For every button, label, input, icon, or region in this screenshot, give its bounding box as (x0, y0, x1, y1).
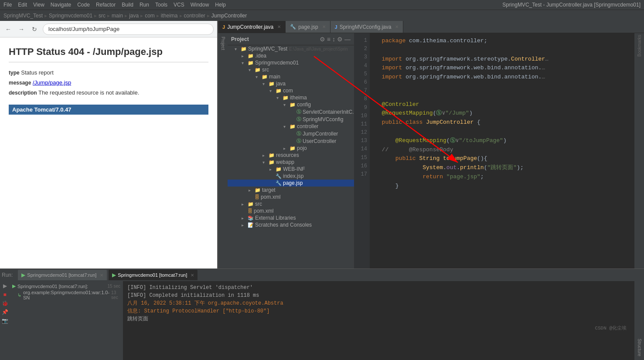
tree-item-usercontroller[interactable]: Ⓢ UserController (228, 137, 354, 145)
sidebar-icon-collapse[interactable]: ≡ (327, 36, 331, 43)
description-label: description (9, 90, 37, 96)
run-tab-close-1[interactable]: ✕ (191, 273, 194, 278)
spring-icon-servletinit: Ⓢ (296, 109, 301, 115)
run-tab-0[interactable]: ▶ Springmvcdemo01 [tomcat7:run] ✕ (18, 270, 107, 280)
tree-label-src1: src (262, 67, 269, 73)
menu-item-refactor[interactable]: Refactor (96, 2, 116, 8)
tree-item-springmvcdemo01[interactable]: ▾ 📁 Springmvcdemo01 (228, 59, 354, 66)
project-vtab[interactable]: Project (220, 35, 226, 52)
tree-item-idea[interactable]: ▸ 📁 .idea (228, 52, 354, 59)
message-value[interactable]: /Jump/page.jsp (33, 79, 71, 86)
sidebar-icon-close[interactable]: — (344, 36, 351, 43)
tab-close-pagejsp[interactable]: ✕ (322, 24, 326, 29)
tree-item-config[interactable]: ▾ 📁 config (228, 101, 354, 108)
tree-item-pomxml1[interactable]: 🗄 pom.xml (228, 194, 354, 200)
tab-label-jumpcontroller: JumpController.java (227, 24, 273, 30)
tab-jumpcontroller[interactable]: J JumpController.java ✕ (218, 21, 286, 33)
structure-label[interactable]: Structure (637, 339, 642, 357)
tab-close-springmvcconfig[interactable]: ✕ (395, 24, 399, 29)
tree-item-pojo[interactable]: ▸ 📁 pojo (228, 145, 354, 152)
breadcrumb-controller[interactable]: controller (184, 13, 205, 19)
arrow-config: ▾ (283, 102, 290, 107)
folder-icon-webapp: 📁 (269, 160, 275, 165)
forward-button[interactable]: → (17, 24, 26, 34)
tree-item-springmvcconfig[interactable]: Ⓢ SpringMVCconfig (228, 115, 354, 123)
breadcrumb: SpringMVC_Test ▸ Springmvcdemo01 ▸ src ▸… (0, 10, 644, 21)
tree-item-root[interactable]: ▾ 📁 SpringMVC_Test E:\Java_all\Java_proj… (228, 45, 354, 52)
tree-label-resources: resources (276, 152, 299, 158)
message-label: message (9, 80, 31, 86)
breadcrumb-springmvc[interactable]: SpringMVC_Test (3, 13, 43, 19)
tree-label-main: main (269, 74, 280, 80)
tree-item-pomxml2[interactable]: 🗄 pom.xml (228, 207, 354, 214)
menu-item-edit[interactable]: Edit (18, 2, 27, 8)
right-sidebar: Bookmarks (634, 33, 644, 268)
address-bar[interactable] (43, 24, 214, 35)
breadcrumb-src[interactable]: src (99, 13, 106, 19)
tab-close-jumpcontroller[interactable]: ✕ (277, 24, 281, 29)
breadcrumb-java[interactable]: java (129, 13, 139, 19)
bottom-panel: Run: ▶ Springmvcdemo01 [tomcat7:run] ✕ ▶… (0, 268, 644, 360)
code-area[interactable]: 1 2 3 4 5 6 7 8 9 10 11 12 13 (354, 33, 634, 268)
run-camera-icon[interactable]: 📷 (2, 318, 8, 324)
run-icon-0: ▶ (21, 272, 25, 278)
sidebar-icon-gear[interactable]: ⚙ (320, 36, 325, 43)
sidebar-icon-settings[interactable]: ⚙ (337, 36, 343, 43)
http-error-title: HTTP Status 404 - /Jump/page.jsp (9, 46, 208, 62)
run-tree-label-0: Springmvcdemo01 [tomcat7:run]: (17, 284, 88, 289)
breadcrumb-com[interactable]: com (145, 13, 155, 19)
tab-pagejsp[interactable]: 🔧 page.jsp ✕ (286, 21, 330, 33)
menu-item-window[interactable]: Window (191, 2, 209, 8)
menu-item-run[interactable]: Run (140, 2, 149, 8)
tree-label-root: SpringMVC_Test (248, 46, 287, 52)
code-editor: 1 2 3 4 5 6 7 8 9 10 11 12 13 (354, 33, 634, 268)
run-pin-icon[interactable]: 📌 (2, 309, 8, 315)
tree-item-jumpcontroller[interactable]: Ⓢ JumpController (228, 130, 354, 137)
run-tab-1[interactable]: ▶ Springmvcdemo01 [tomcat7:run] ✕ (109, 270, 198, 280)
run-stop-icon[interactable]: ■ (3, 292, 6, 298)
run-tab-close-0[interactable]: ✕ (100, 273, 103, 278)
tree-item-controller[interactable]: ▾ 📁 controller (228, 123, 354, 130)
menu-item-file[interactable]: File (3, 2, 12, 8)
tree-item-servletinit[interactable]: Ⓢ ServletContainerInitC... (228, 108, 354, 115)
tree-item-src1[interactable]: ▾ 📁 src (228, 66, 354, 73)
menu-item-navigate[interactable]: Navigate (51, 2, 71, 8)
tree-label-webinf: WEB-INF (283, 166, 305, 172)
run-tree-item-0[interactable]: ▶ Springmvcdemo01 [tomcat7:run]: 15 sec (11, 283, 121, 289)
tree-item-pagejsp[interactable]: 🔧 page.jsp (228, 180, 354, 187)
bookmarks-icon[interactable]: Bookmarks (637, 35, 642, 57)
breadcrumb-jumpcontroller[interactable]: JumpController (211, 13, 247, 19)
sidebar-icon-sort[interactable]: ↕ (332, 36, 335, 43)
arrow-java: ▾ (262, 82, 269, 86)
run-tree-time-0: 15 sec (108, 284, 120, 289)
back-button[interactable]: ← (3, 24, 13, 34)
menu-item-help[interactable]: Help (215, 2, 226, 8)
tree-item-main[interactable]: ▾ 📁 main (228, 73, 354, 80)
refresh-button[interactable]: ↻ (30, 24, 39, 34)
menu-item-view[interactable]: View (33, 2, 44, 8)
tree-item-itheima[interactable]: ▾ 📁 itheima (228, 94, 354, 101)
breadcrumb-springmvcdemo01[interactable]: Springmvcdemo01 (49, 13, 92, 19)
console-line-3: 信息: Starting ProtocolHandler ["http-bio-… (127, 307, 630, 315)
run-restart-icon[interactable]: ▶ (3, 283, 7, 289)
tree-item-extlibs[interactable]: ▸ 📚 External Libraries (228, 214, 354, 221)
menu-item-tools[interactable]: Tools (155, 2, 167, 8)
menu-item-build[interactable]: Build (122, 2, 133, 8)
tree-item-webinf[interactable]: ▸ 📁 WEB-INF (228, 166, 354, 173)
run-debug-icon[interactable]: 🐞 (2, 300, 8, 306)
tree-item-resources[interactable]: ▸ 📁 resources (228, 152, 354, 159)
tree-item-scratches[interactable]: ▸ 📝 Scratches and Consoles (228, 221, 354, 228)
tree-item-src2[interactable]: ▸ 📁 src (228, 200, 354, 207)
tree-item-java[interactable]: ▾ 📁 java (228, 80, 354, 87)
tree-item-indexjsp[interactable]: 🔧 index.jsp (228, 173, 354, 180)
run-tree-item-1[interactable]: ↳ org.example:Springmvcdemo01:war:1.0-SN… (11, 289, 121, 301)
tree-item-webapp[interactable]: ▾ 📁 webapp (228, 159, 354, 166)
tree-item-com[interactable]: ▾ 📁 com (228, 87, 354, 94)
tab-springmvcconfig[interactable]: J SpringMVCconfig.java ✕ (331, 21, 404, 33)
menu-item-code[interactable]: Code (77, 2, 90, 8)
tree-item-target[interactable]: ▸ 📁 target (228, 187, 354, 194)
breadcrumb-itheima[interactable]: itheima (161, 13, 178, 19)
folder-icon-root: 📁 (241, 46, 247, 52)
menu-item-vcs[interactable]: VCS (174, 2, 184, 8)
breadcrumb-main[interactable]: main (112, 13, 123, 19)
